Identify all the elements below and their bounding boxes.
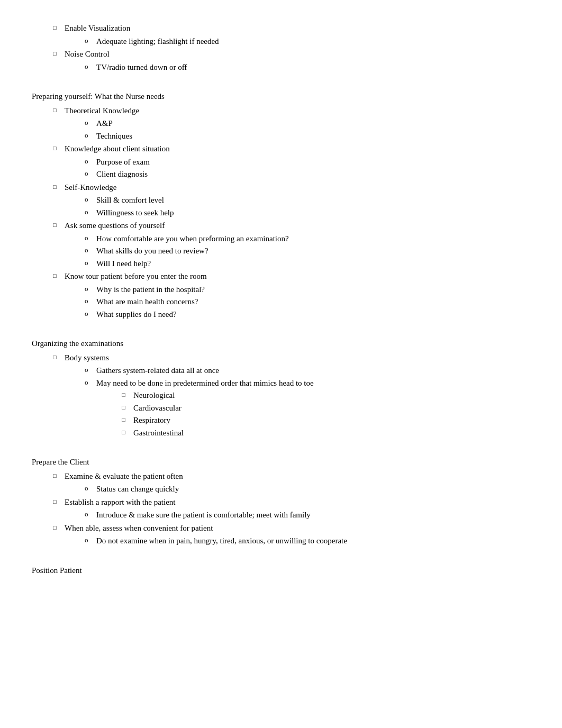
bullet-2-diagnosis: o Client diagnosis (85, 168, 530, 180)
spacer-2 (32, 321, 530, 328)
sub-bullet-text-10: What skills do you need to review? (96, 245, 530, 257)
bullet-text-15: When able, assess when convenient for pa… (65, 522, 530, 534)
bullet-1-enable: □ Enable Visualization (53, 22, 530, 34)
sub-bullet-icon-11: o (85, 258, 96, 268)
bullet-icon-2: □ (53, 48, 65, 58)
sub-bullet-icon-2: o (85, 61, 96, 72)
sub-bullet-icon-15: o (85, 365, 96, 375)
sub-bullet-text-5: Purpose of exam (96, 156, 530, 168)
bullet-1-examine: □ Examine & evaluate the patient often (53, 470, 530, 483)
bullet-icon-10: □ (122, 402, 133, 412)
sub-bullet-text-19: Do not examine when in pain, hungry, tir… (96, 535, 530, 547)
bullet-2-need-help: o Will I need help? (85, 258, 530, 270)
bullet-2-gathers: o Gathers system-related data all at onc… (85, 365, 530, 377)
bullet-3-respiratory: □ Respiratory (122, 414, 530, 426)
bullet-text-7: Know tour patient before you enter the r… (65, 270, 530, 283)
sub-bullet-icon-10: o (85, 245, 96, 256)
bullet-3-gastrointestinal: □ Gastrointestinal (122, 427, 530, 439)
sub-bullet-text-8: Willingness to seek help (96, 207, 530, 219)
sub-bullet-icon-7: o (85, 194, 96, 205)
sub-bullet-icon-19: o (85, 535, 96, 545)
bullet-2-do-not-examine: o Do not examine when in pain, hungry, t… (85, 535, 530, 547)
bullet-text-14: Establish a rapport with the patient (65, 496, 530, 508)
bullet-1-noise: □ Noise Control (53, 48, 530, 60)
sub-bullet-icon-9: o (85, 233, 96, 243)
bullet-text-10: Cardiovascular (133, 402, 530, 414)
sub-bullet-icon-16: o (85, 377, 96, 388)
sub-bullet-icon-13: o (85, 296, 96, 306)
bullet-2-purpose: o Purpose of exam (85, 156, 530, 168)
bullet-2-status: o Status can change quickly (85, 483, 530, 495)
sub-bullet-text-1: Adequate lighting; flashlight if needed (96, 35, 530, 48)
sub-bullet-icon-18: o (85, 509, 96, 520)
bullet-text-8: Body systems (65, 352, 530, 364)
bullet-3-cardiovascular: □ Cardiovascular (122, 402, 530, 414)
bullet-text-3: Theoretical Knowledge (65, 105, 530, 117)
bullet-icon-6: □ (53, 220, 65, 230)
bullet-2-adequate: o Adequate lighting; flashlight if neede… (85, 35, 530, 48)
bullet-2-ap: o A&P (85, 117, 530, 130)
sub-bullet-icon-6: o (85, 168, 96, 179)
bullet-icon-7: □ (53, 270, 65, 280)
sub-bullet-text-6: Client diagnosis (96, 168, 530, 180)
sub-bullet-text-17: Status can change quickly (96, 483, 530, 495)
bullet-icon-3: □ (53, 105, 65, 115)
sub-bullet-text-11: Will I need help? (96, 258, 530, 270)
bullet-icon-1: □ (53, 22, 65, 32)
bullet-1-ask: □ Ask some questions of yourself (53, 220, 530, 232)
bullet-2-predetermined: o May need to be done in predetermined o… (85, 377, 530, 389)
sub-bullet-icon-5: o (85, 156, 96, 167)
bullet-icon-5: □ (53, 181, 65, 192)
sub-bullet-text-12: Why is the patient in the hospital? (96, 284, 530, 296)
bullet-text-13: Examine & evaluate the patient often (65, 470, 530, 483)
spacer-3 (32, 439, 530, 447)
sub-bullet-text-3: A&P (96, 117, 530, 130)
bullet-text-4: Knowledge about client situation (65, 143, 530, 155)
heading-prepare-client: Prepare the Client (32, 456, 530, 468)
bullet-text-5: Self-Knowledge (65, 181, 530, 194)
bullet-text-1: Enable Visualization (65, 22, 530, 34)
bullet-2-skill: o Skill & comfort level (85, 194, 530, 206)
bullet-2-supplies: o What supplies do I need? (85, 308, 530, 321)
sub-bullet-text-18: Introduce & make sure the patient is com… (96, 509, 530, 521)
sub-bullet-text-7: Skill & comfort level (96, 194, 530, 206)
bullet-1-when-able: □ When able, assess when convenient for … (53, 522, 530, 534)
bullet-icon-4: □ (53, 143, 65, 153)
bullet-1-rapport: □ Establish a rapport with the patient (53, 496, 530, 508)
bullet-1-knowledge: □ Knowledge about client situation (53, 143, 530, 155)
sub-bullet-icon-8: o (85, 207, 96, 217)
sub-bullet-icon-14: o (85, 308, 96, 319)
sub-bullet-text-14: What supplies do I need? (96, 308, 530, 321)
sub-bullet-icon-17: o (85, 483, 96, 494)
bullet-3-neurological: □ Neurological (122, 389, 530, 402)
sub-bullet-text-2: TV/radio turned down or off (96, 61, 530, 74)
bullet-1-body-systems: □ Body systems (53, 352, 530, 364)
bullet-text-11: Respiratory (133, 414, 530, 426)
sub-bullet-text-15: Gathers system-related data all at once (96, 365, 530, 377)
sub-bullet-text-13: What are main health concerns? (96, 296, 530, 308)
sub-bullet-text-4: Techniques (96, 130, 530, 142)
sub-bullet-icon-12: o (85, 284, 96, 294)
sub-bullet-icon-1: o (85, 35, 96, 46)
bullet-2-willingness: o Willingness to seek help (85, 207, 530, 219)
bullet-text-2: Noise Control (65, 48, 530, 60)
bullet-2-introduce: o Introduce & make sure the patient is c… (85, 509, 530, 521)
sub-bullet-icon-3: o (85, 117, 96, 128)
heading-preparing: Preparing yourself: What the Nurse needs (32, 90, 530, 103)
bullet-icon-14: □ (53, 496, 65, 506)
bullet-1-know-patient: □ Know tour patient before you enter the… (53, 270, 530, 283)
bullet-2-comfortable: o How comfortable are you when preformin… (85, 233, 530, 245)
bullet-icon-8: □ (53, 352, 65, 362)
bullet-2-health-concerns: o What are main health concerns? (85, 296, 530, 308)
spacer-4 (32, 548, 530, 555)
sub-bullet-text-9: How comfortable are you when preforming … (96, 233, 530, 245)
sub-bullet-text-16: May need to be done in predetermined ord… (96, 377, 530, 389)
bullet-icon-13: □ (53, 470, 65, 480)
bullet-1-theoretical: □ Theoretical Knowledge (53, 105, 530, 117)
bullet-2-skills-review: o What skills do you need to review? (85, 245, 530, 257)
bullet-icon-11: □ (122, 414, 133, 424)
bullet-2-tv: o TV/radio turned down or off (85, 61, 530, 74)
bullet-icon-9: □ (122, 389, 133, 399)
heading-position-patient: Position Patient (32, 565, 530, 577)
bullet-icon-12: □ (122, 427, 133, 437)
